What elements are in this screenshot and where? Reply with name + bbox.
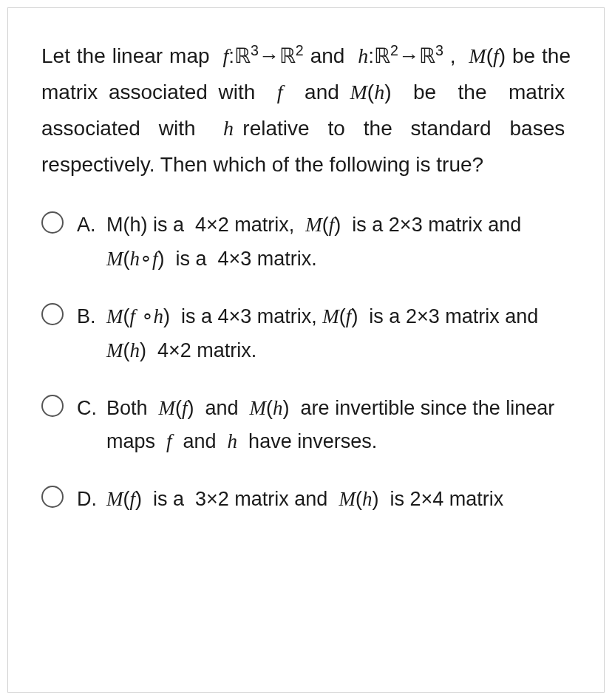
question-text: Let the linear map f:ℝ3→ℝ2 and h:ℝ2→ℝ3 ,… (41, 38, 571, 183)
option-body: C. Both M(f) and M(h) are invertible sin… (77, 392, 571, 460)
option-body: B. M(f ∘h) is a 4×3 matrix, M(f) is a 2×… (77, 300, 571, 368)
radio-d[interactable] (41, 486, 64, 508)
option-body: A. M(h) is a 4×2 matrix, M(f) is a 2×3 m… (77, 208, 571, 276)
option-letter: A. (77, 208, 99, 242)
option-a: A. M(h) is a 4×2 matrix, M(f) is a 2×3 m… (41, 208, 571, 276)
radio-a[interactable] (41, 211, 64, 234)
question-card: Let the linear map f:ℝ3→ℝ2 and h:ℝ2→ℝ3 ,… (7, 7, 605, 693)
option-letter: D. (77, 483, 99, 517)
option-d: D. M(f) is a 3×2 matrix and M(h) is 2×4 … (41, 483, 571, 517)
option-body: D. M(f) is a 3×2 matrix and M(h) is 2×4 … (77, 483, 571, 517)
option-c: C. Both M(f) and M(h) are invertible sin… (41, 392, 571, 460)
option-text: M(h) is a 4×2 matrix, M(f) is a 2×3 matr… (106, 208, 571, 276)
option-text: M(f) is a 3×2 matrix and M(h) is 2×4 mat… (106, 483, 503, 517)
radio-c[interactable] (41, 395, 64, 417)
option-b: B. M(f ∘h) is a 4×3 matrix, M(f) is a 2×… (41, 300, 571, 368)
option-text: M(f ∘h) is a 4×3 matrix, M(f) is a 2×3 m… (106, 300, 571, 368)
option-letter: C. (77, 392, 99, 426)
option-letter: B. (77, 300, 99, 334)
options-list: A. M(h) is a 4×2 matrix, M(f) is a 2×3 m… (41, 208, 571, 517)
option-text: Both M(f) and M(h) are invertible since … (106, 392, 571, 460)
radio-b[interactable] (41, 303, 64, 325)
